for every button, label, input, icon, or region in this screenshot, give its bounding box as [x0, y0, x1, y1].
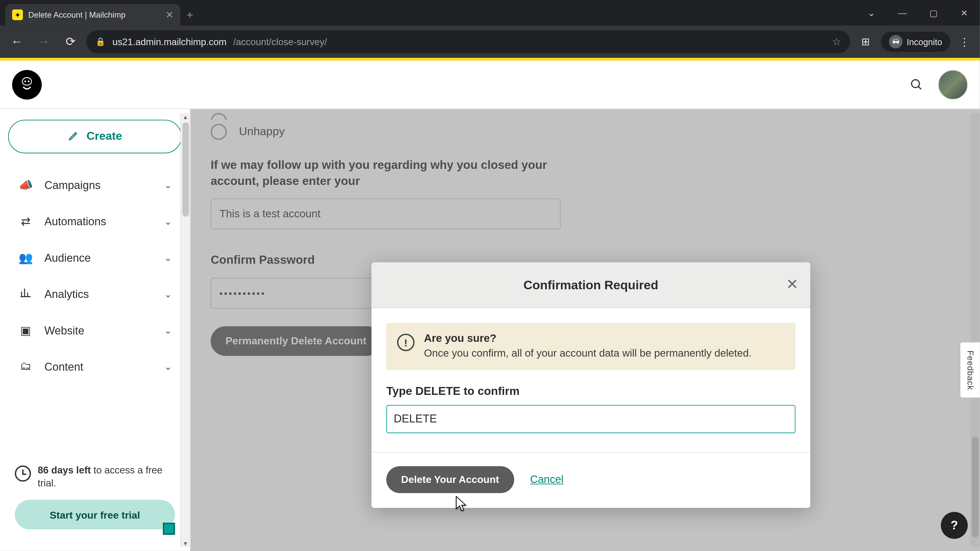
window-maximize-icon[interactable]: ▢: [918, 0, 949, 25]
alert-text: Once you confirm, all of your account da…: [424, 346, 752, 360]
delete-account-button[interactable]: Delete Your Account: [387, 466, 514, 493]
confirm-input[interactable]: DELETE: [387, 405, 795, 433]
svg-point-2: [23, 78, 31, 84]
browser-tab-strip: ✦ Delete Account | Mailchimp ✕ ＋ ⌄ ― ▢ ✕: [0, 0, 980, 25]
incognito-label: Incognito: [907, 37, 942, 47]
svg-point-5: [912, 79, 920, 87]
chevron-down-icon: ⌄: [164, 252, 172, 263]
alert-title: Are you sure?: [424, 332, 752, 345]
incognito-icon: 🕶: [889, 35, 903, 48]
address-bar[interactable]: 🔒 us21.admin.mailchimp.com/account/close…: [86, 30, 850, 53]
chevron-down-icon: ⌄: [164, 216, 172, 227]
tab-title: Delete Account | Mailchimp: [28, 10, 160, 20]
megaphone-icon: 📣: [18, 178, 34, 192]
sidebar-item-campaigns[interactable]: 📣 Campaigns ⌄: [8, 168, 182, 202]
url-path: /account/close-survey/: [233, 36, 327, 47]
close-icon[interactable]: ✕: [786, 276, 798, 293]
close-tab-icon[interactable]: ✕: [165, 10, 174, 20]
new-tab-button[interactable]: ＋: [180, 4, 199, 25]
scrollbar-thumb[interactable]: [182, 122, 189, 217]
modal-header: Confirmation Required ✕: [372, 262, 810, 308]
trial-text: 86 days left to access a free trial.: [38, 464, 175, 490]
window-minimize-icon[interactable]: ―: [887, 0, 918, 25]
help-button[interactable]: ?: [941, 512, 968, 539]
alert-icon: !: [397, 333, 415, 351]
scroll-up-icon[interactable]: ▴: [184, 113, 187, 121]
chevron-down-icon: ⌄: [164, 289, 172, 299]
bookmark-star-icon[interactable]: ☆: [832, 36, 841, 48]
flow-icon: ⇄: [18, 214, 34, 228]
sidebar-item-label: Website: [45, 324, 84, 337]
sidebar-item-website[interactable]: ▣ Website ⌄: [8, 313, 182, 347]
incognito-badge[interactable]: 🕶 Incognito: [881, 32, 950, 52]
sidebar-item-label: Content: [45, 360, 83, 373]
bar-chart-icon: [18, 286, 34, 302]
mailchimp-logo[interactable]: [12, 70, 41, 99]
warning-alert: ! Are you sure? Once you confirm, all of…: [387, 323, 795, 370]
window-controls: ⌄ ― ▢ ✕: [856, 0, 980, 25]
browser-toolbar: ← → ⟳ 🔒 us21.admin.mailchimp.com/account…: [0, 25, 980, 58]
extensions-icon[interactable]: ⊞: [854, 30, 877, 53]
sidebar: Create 📣 Campaigns ⌄ ⇄ Automations ⌄ 👥 A…: [0, 109, 190, 551]
sidebar-item-content[interactable]: 🗂 Content ⌄: [8, 350, 182, 383]
sidebar-item-label: Audience: [45, 251, 91, 264]
browser-menu-icon[interactable]: ⋮: [954, 35, 974, 48]
folder-icon: 🗂: [18, 360, 34, 373]
browser-tab[interactable]: ✦ Delete Account | Mailchimp ✕: [5, 4, 180, 25]
mailchimp-favicon: ✦: [12, 10, 23, 20]
confirm-label: Type DELETE to confirm: [387, 385, 795, 398]
layout-icon: ▣: [18, 323, 34, 337]
create-button[interactable]: Create: [8, 120, 182, 153]
feedback-tab[interactable]: Feedback: [959, 342, 980, 399]
tabs-dropdown-icon[interactable]: ⌄: [856, 0, 887, 25]
confirmation-modal: Confirmation Required ✕ ! Are you sure? …: [372, 262, 810, 508]
start-trial-button[interactable]: Start your free trial: [15, 500, 175, 529]
pencil-icon: [68, 129, 80, 144]
chevron-down-icon: ⌄: [164, 361, 172, 372]
chevron-down-icon: ⌄: [164, 179, 172, 190]
people-icon: 👥: [18, 251, 34, 265]
svg-point-3: [24, 80, 26, 82]
sidebar-scrollbar[interactable]: ▴ ▾: [180, 113, 190, 547]
url-host: us21.admin.mailchimp.com: [112, 36, 226, 47]
forward-button[interactable]: →: [32, 30, 56, 53]
sidebar-item-analytics[interactable]: Analytics ⌄: [8, 277, 182, 311]
cancel-link[interactable]: Cancel: [530, 473, 563, 486]
window-close-icon[interactable]: ✕: [949, 0, 980, 25]
svg-line-6: [918, 86, 921, 89]
clock-icon: [15, 465, 31, 481]
lock-icon: 🔒: [95, 37, 106, 46]
user-avatar[interactable]: [938, 70, 968, 99]
reload-button[interactable]: ⟳: [59, 30, 82, 53]
chevron-down-icon: ⌄: [164, 325, 172, 336]
modal-footer: Delete Your Account Cancel: [372, 452, 810, 508]
back-button[interactable]: ←: [5, 30, 28, 53]
trial-card: 86 days left to access a free trial. Sta…: [8, 456, 182, 537]
sidebar-item-label: Analytics: [45, 287, 89, 300]
sidebar-item-label: Automations: [45, 215, 106, 228]
search-icon[interactable]: [903, 71, 930, 98]
sidebar-item-label: Campaigns: [45, 179, 100, 191]
sidebar-item-automations[interactable]: ⇄ Automations ⌄: [8, 205, 182, 238]
brand-accent-strip: [0, 58, 980, 61]
modal-title: Confirmation Required: [523, 278, 659, 292]
create-label: Create: [86, 130, 122, 143]
app-header: [0, 60, 980, 109]
color-swatch-icon[interactable]: [163, 523, 175, 535]
scroll-down-icon[interactable]: ▾: [184, 540, 187, 547]
sidebar-item-audience[interactable]: 👥 Audience ⌄: [8, 241, 182, 275]
svg-point-4: [28, 80, 30, 82]
